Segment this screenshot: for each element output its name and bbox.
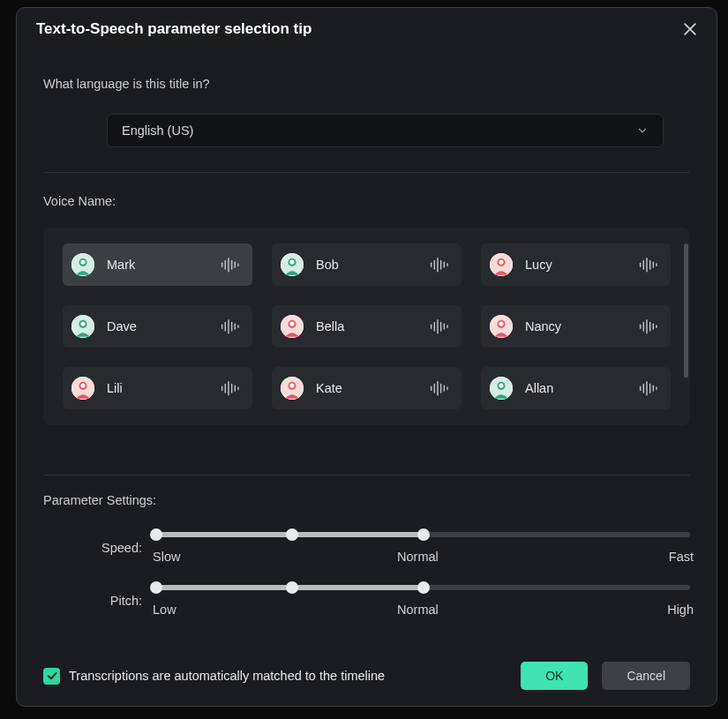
svg-rect-40 — [434, 322, 435, 332]
voice-card-kate[interactable]: Kate — [272, 367, 462, 409]
waveform-icon[interactable] — [221, 318, 240, 334]
svg-rect-26 — [656, 263, 657, 266]
svg-rect-75 — [640, 386, 641, 390]
voice-card-mark[interactable]: Mark — [63, 243, 252, 286]
avatar-icon — [281, 377, 304, 400]
svg-rect-13 — [434, 260, 435, 270]
waveform-icon[interactable] — [430, 380, 449, 396]
avatar-icon — [490, 315, 513, 338]
svg-point-47 — [499, 321, 503, 326]
svg-rect-35 — [237, 325, 238, 328]
svg-rect-42 — [440, 322, 441, 332]
svg-rect-5 — [228, 258, 229, 272]
voice-name-label: Nancy — [525, 319, 561, 333]
slider-knob-start[interactable] — [150, 581, 162, 594]
svg-rect-12 — [431, 262, 432, 266]
svg-rect-3 — [221, 262, 222, 266]
tts-dialog: Text-to-Speech parameter selection tip W… — [16, 7, 717, 707]
svg-rect-60 — [231, 384, 232, 393]
svg-rect-22 — [643, 260, 644, 270]
voice-name-label: Bob — [316, 258, 339, 272]
svg-rect-39 — [431, 324, 432, 328]
svg-rect-53 — [656, 325, 657, 328]
ok-button[interactable]: OK — [521, 662, 588, 690]
voice-card-bob[interactable]: Bob — [272, 243, 462, 286]
svg-rect-52 — [653, 324, 654, 330]
voice-card-lucy[interactable]: Lucy — [481, 243, 671, 286]
svg-rect-14 — [437, 258, 438, 272]
close-icon[interactable] — [681, 20, 699, 38]
svg-rect-70 — [444, 386, 445, 392]
svg-rect-6 — [231, 260, 232, 270]
svg-rect-21 — [640, 262, 641, 266]
svg-rect-17 — [447, 263, 447, 266]
language-selected-value: English (US) — [122, 124, 193, 138]
svg-rect-44 — [447, 325, 447, 328]
voice-grid: Mark Bob Lucy — [43, 228, 690, 425]
dialog-title: Text-to-Speech parameter selection tip — [36, 20, 311, 38]
svg-rect-48 — [640, 324, 641, 328]
svg-rect-25 — [653, 262, 654, 268]
speed-label: Speed: — [43, 541, 156, 555]
cancel-button[interactable]: Cancel — [602, 662, 690, 690]
waveform-icon[interactable] — [221, 257, 240, 273]
voice-name-label: Lili — [107, 381, 123, 395]
svg-rect-41 — [437, 319, 438, 333]
waveform-icon[interactable] — [430, 318, 449, 334]
dialog-footer: Transcriptions are automatically matched… — [17, 648, 717, 706]
waveform-icon[interactable] — [430, 257, 449, 273]
auto-match-checkbox[interactable] — [43, 668, 60, 685]
svg-rect-76 — [643, 384, 644, 393]
waveform-icon[interactable] — [639, 318, 658, 334]
svg-point-20 — [499, 259, 503, 264]
svg-rect-31 — [225, 322, 226, 332]
svg-point-56 — [80, 383, 85, 387]
parameter-settings-label: Parameter Settings: — [43, 493, 690, 507]
avatar-icon — [281, 253, 304, 276]
svg-rect-68 — [437, 381, 438, 395]
voice-card-bella[interactable]: Bella — [272, 305, 462, 348]
voice-name-label: Kate — [316, 381, 342, 395]
waveform-icon[interactable] — [639, 257, 658, 273]
svg-point-11 — [289, 259, 294, 264]
svg-rect-61 — [235, 386, 236, 392]
avatar-icon — [71, 377, 94, 400]
speed-tick-high: Fast — [669, 550, 694, 564]
dialog-header: Text-to-Speech parameter selection tip — [17, 8, 717, 45]
voice-name-label: Bella — [316, 319, 344, 333]
waveform-icon[interactable] — [221, 380, 240, 396]
voice-card-nancy[interactable]: Nancy — [481, 305, 671, 348]
svg-rect-16 — [444, 262, 445, 268]
svg-rect-78 — [649, 384, 650, 393]
svg-rect-4 — [225, 260, 226, 270]
svg-rect-8 — [237, 263, 238, 266]
svg-rect-7 — [235, 262, 236, 268]
waveform-icon[interactable] — [639, 380, 658, 396]
slider-tick-knob — [286, 581, 298, 594]
slider-knob[interactable] — [417, 581, 430, 594]
voice-card-dave[interactable]: Dave — [63, 305, 252, 348]
svg-rect-59 — [228, 381, 229, 395]
voice-label: Voice Name: — [43, 194, 690, 208]
svg-rect-32 — [228, 319, 229, 333]
language-select[interactable]: English (US) — [107, 114, 664, 147]
svg-rect-62 — [237, 386, 238, 390]
slider-knob[interactable] — [417, 528, 430, 541]
divider — [43, 475, 690, 476]
svg-rect-79 — [653, 386, 654, 392]
voice-card-allan[interactable]: Allan — [481, 367, 671, 409]
speed-slider[interactable]: Slow Normal Fast — [156, 532, 690, 564]
svg-point-2 — [80, 259, 85, 264]
svg-rect-66 — [431, 386, 432, 390]
avatar-icon — [71, 315, 94, 338]
slider-knob-start[interactable] — [150, 528, 162, 541]
auto-match-label: Transcriptions are automatically matched… — [69, 669, 385, 683]
pitch-slider[interactable]: Low Normal High — [156, 585, 690, 617]
svg-rect-80 — [656, 386, 657, 390]
voice-name-label: Dave — [107, 319, 137, 333]
voice-name-label: Lucy — [525, 258, 552, 272]
voice-card-lili[interactable]: Lili — [63, 367, 252, 409]
svg-rect-57 — [221, 386, 222, 390]
scrollbar-thumb[interactable] — [684, 243, 688, 378]
avatar-icon — [281, 315, 304, 338]
